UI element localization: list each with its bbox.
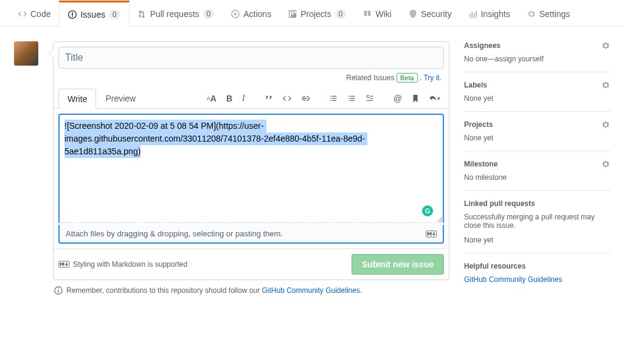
tab-insights-label: Insights bbox=[480, 9, 510, 19]
sidebar-resources: Helpful resources GitHub Community Guide… bbox=[464, 253, 610, 292]
sidebar-milestone: Milestone No milestone bbox=[464, 151, 610, 191]
grammarly-icon[interactable]: G bbox=[422, 205, 433, 216]
tab-code-label: Code bbox=[30, 9, 50, 19]
markdown-icon bbox=[58, 261, 69, 268]
editor-tabs: Write Preview AA B I @ bbox=[54, 88, 449, 109]
markdown-icon bbox=[426, 230, 437, 238]
tab-pulls-label: Pull requests bbox=[150, 9, 199, 19]
task-list-icon[interactable] bbox=[362, 92, 378, 105]
tab-issues-label: Issues bbox=[80, 10, 105, 19]
issue-body-textarea[interactable] bbox=[58, 114, 444, 223]
avatar[interactable] bbox=[14, 41, 38, 66]
sidebar-projects: Projects None yet bbox=[464, 112, 610, 151]
linked-desc: Successfully merging a pull request may … bbox=[464, 213, 610, 230]
form-footer: Styling with Markdown is supported Submi… bbox=[54, 249, 449, 280]
sidebar-linked-prs: Linked pull requests Successfully mergin… bbox=[464, 191, 610, 253]
issue-title-input[interactable] bbox=[58, 47, 444, 69]
heading-icon[interactable]: AA bbox=[203, 91, 220, 106]
assignees-title: Assignees bbox=[464, 41, 501, 50]
assign-yourself-link[interactable]: assign yourself bbox=[495, 55, 544, 63]
new-issue-form: Related Issues Beta . Try it. Write Prev… bbox=[53, 41, 449, 280]
pulls-count: 0 bbox=[203, 9, 215, 19]
gear-icon bbox=[527, 10, 536, 18]
tab-wiki[interactable]: Wiki bbox=[355, 0, 400, 26]
tab-projects[interactable]: Projects 0 bbox=[280, 0, 355, 26]
info-icon bbox=[54, 286, 63, 295]
issues-count: 0 bbox=[109, 10, 120, 19]
issue-opened-icon bbox=[68, 10, 77, 19]
project-icon bbox=[288, 10, 297, 18]
markdown-toolbar: AA B I @ ▾ bbox=[203, 91, 444, 106]
git-pull-request-icon bbox=[138, 10, 147, 18]
try-it-link[interactable]: Try it bbox=[423, 74, 439, 82]
sidebar-labels: Labels None yet bbox=[464, 72, 610, 112]
milestone-none: No milestone bbox=[464, 173, 610, 182]
gear-icon[interactable] bbox=[601, 81, 610, 89]
beta-badge: Beta bbox=[397, 73, 418, 83]
contrib-guidelines: Remember, contributions to this reposito… bbox=[53, 280, 449, 301]
attach-hint-text: Attach files by dragging & dropping, sel… bbox=[66, 229, 283, 238]
linked-none: None yet bbox=[464, 236, 610, 244]
projects-count: 0 bbox=[335, 9, 347, 19]
issue-sidebar: Assignees No one—assign yourself Labels … bbox=[464, 41, 610, 301]
italic-icon[interactable]: I bbox=[238, 91, 249, 106]
tab-insights[interactable]: Insights bbox=[460, 0, 518, 26]
projects-title: Projects bbox=[464, 120, 493, 129]
tab-pulls[interactable]: Pull requests 0 bbox=[130, 0, 223, 26]
code-icon[interactable] bbox=[279, 92, 295, 105]
link-icon[interactable] bbox=[297, 92, 313, 105]
tab-settings[interactable]: Settings bbox=[519, 0, 579, 26]
mention-icon[interactable]: @ bbox=[390, 91, 406, 106]
tab-settings-label: Settings bbox=[539, 9, 570, 19]
labels-none: None yet bbox=[464, 94, 610, 103]
tab-security-label: Security bbox=[421, 9, 452, 19]
linked-title: Linked pull requests bbox=[464, 199, 535, 208]
styling-hint[interactable]: Styling with Markdown is supported bbox=[58, 260, 187, 269]
bold-icon[interactable]: B bbox=[223, 91, 236, 106]
styling-hint-text: Styling with Markdown is supported bbox=[73, 260, 187, 269]
guidelines-prefix: Remember, contributions to this reposito… bbox=[66, 286, 262, 295]
assignees-none: No one— bbox=[464, 55, 495, 63]
resources-title: Helpful resources bbox=[464, 262, 525, 270]
bookmark-icon[interactable] bbox=[408, 92, 423, 105]
gear-icon[interactable] bbox=[601, 120, 610, 129]
write-tab[interactable]: Write bbox=[58, 89, 96, 109]
preview-tab[interactable]: Preview bbox=[96, 88, 145, 108]
shield-icon bbox=[409, 10, 417, 18]
labels-title: Labels bbox=[464, 81, 487, 89]
code-icon bbox=[18, 10, 27, 18]
tab-projects-label: Projects bbox=[300, 9, 331, 19]
milestone-title: Milestone bbox=[464, 160, 497, 168]
reply-icon[interactable]: ▾ bbox=[425, 92, 444, 105]
projects-none: None yet bbox=[464, 134, 610, 142]
ordered-list-icon[interactable] bbox=[344, 92, 359, 105]
gear-icon[interactable] bbox=[601, 41, 610, 50]
resources-link[interactable]: GitHub Community Guidelines bbox=[464, 275, 562, 284]
tab-actions[interactable]: Actions bbox=[223, 0, 280, 26]
attach-files-hint[interactable]: Attach files by dragging & dropping, sel… bbox=[58, 225, 444, 244]
gear-icon[interactable] bbox=[601, 160, 610, 168]
community-guidelines-link[interactable]: GitHub Community Guidelines bbox=[262, 286, 360, 295]
unordered-list-icon[interactable] bbox=[325, 92, 341, 105]
submit-new-issue-button[interactable]: Submit new issue bbox=[352, 254, 444, 275]
sidebar-assignees: Assignees No one—assign yourself bbox=[464, 41, 610, 72]
tab-wiki-label: Wiki bbox=[375, 9, 391, 19]
repo-nav: Code Issues 0 Pull requests 0 Actions Pr… bbox=[0, 0, 624, 27]
tab-actions-label: Actions bbox=[243, 9, 271, 19]
book-icon bbox=[363, 10, 372, 18]
play-icon bbox=[231, 10, 240, 18]
tab-security[interactable]: Security bbox=[400, 0, 460, 26]
related-issues-label: Related Issues bbox=[346, 74, 394, 82]
tab-code[interactable]: Code bbox=[10, 0, 59, 26]
related-issues-row: Related Issues Beta . Try it. bbox=[54, 74, 449, 88]
graph-icon bbox=[468, 10, 477, 18]
quote-icon[interactable] bbox=[261, 92, 277, 105]
tab-issues[interactable]: Issues 0 bbox=[59, 1, 129, 27]
